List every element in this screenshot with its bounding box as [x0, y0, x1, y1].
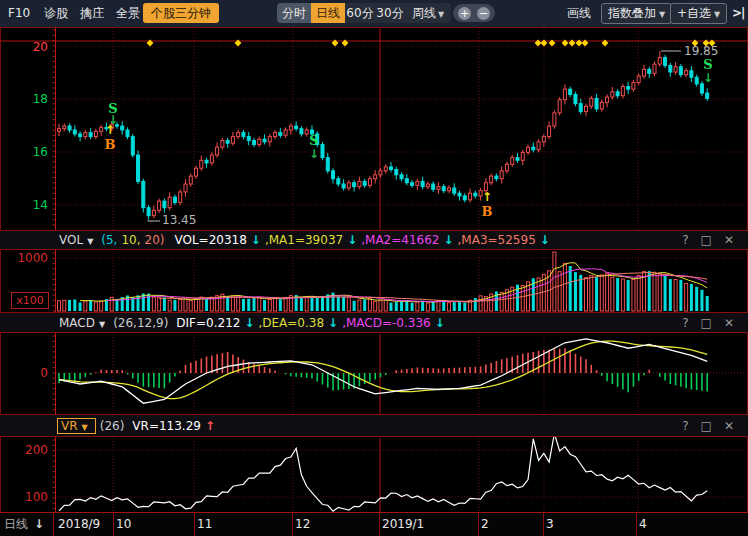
up-arrow-icon: ↑: [205, 419, 215, 433]
zoom-in-button[interactable]: +: [458, 7, 471, 20]
period-button-30分[interactable]: 30分: [375, 3, 405, 23]
vol-panel-header: VOL▼ (5,10,20) VOL=20318↓ ,MA1=39037↓ ,M…: [0, 230, 748, 250]
price-tick-14: 14: [2, 198, 48, 212]
time-tick-10: 10: [116, 513, 131, 536]
down-arrow-icon: ↓: [435, 316, 445, 330]
time-tick-2018/9: 2018/9: [58, 513, 100, 536]
axis-divider: [636, 513, 637, 536]
chevron-down-icon: ▼: [87, 237, 93, 246]
price-tick-16: 16: [2, 145, 48, 159]
macd-axis-label: 0: [2, 366, 48, 380]
svg-text:B: B: [482, 204, 493, 219]
svg-text:↓: ↓: [703, 71, 713, 85]
axis-divider: [379, 513, 380, 536]
down-arrow-icon: ↓: [328, 316, 338, 330]
vol-ma3: ,MA3=52595: [458, 233, 536, 247]
macd-chart[interactable]: [0, 333, 748, 414]
maximize-icon[interactable]: □: [701, 233, 712, 247]
zoom-pill: + −: [453, 4, 495, 22]
index-overlay-button[interactable]: 指数叠加▼: [601, 3, 672, 24]
axis-divider: [543, 513, 544, 536]
svg-text:B: B: [105, 137, 116, 152]
time-tick-2019/1: 2019/1: [382, 513, 424, 536]
svg-text:S: S: [309, 133, 318, 148]
down-arrow-icon: ↓: [540, 233, 550, 247]
close-icon[interactable]: ✕: [724, 233, 734, 247]
help-icon[interactable]: ?: [682, 233, 688, 247]
time-axis: 日线 ↓ 2018/91011122019/1234: [0, 512, 748, 536]
feature-tab-stock-3min[interactable]: 个股三分钟: [143, 3, 219, 23]
svg-text:↓: ↓: [309, 147, 319, 161]
close-icon[interactable]: ✕: [724, 419, 734, 433]
vr-tick-100: 100: [2, 490, 48, 504]
period-indicator[interactable]: 日线: [4, 513, 28, 536]
down-arrow-icon: ↓: [34, 513, 44, 536]
axis-divider: [113, 513, 114, 536]
toolbar: F10诊股擒庄全景 个股三分钟 分时日线60分30分周线▼ + − 画线 指数叠…: [0, 0, 748, 27]
macd-value: ,MACD=-0.336: [342, 316, 431, 330]
vol-value: VOL=20318: [174, 233, 246, 247]
left-tab-全景[interactable]: 全景: [116, 0, 140, 27]
help-icon[interactable]: ?: [682, 419, 688, 433]
time-tick-3: 3: [546, 513, 554, 536]
chevron-down-icon: ▼: [659, 10, 665, 19]
collapse-panel-icon[interactable]: >|: [732, 0, 744, 27]
vr-indicator-selector[interactable]: VR▼: [57, 418, 96, 434]
maximize-icon[interactable]: □: [701, 316, 712, 330]
period-button-周线[interactable]: 周线▼: [405, 3, 451, 23]
close-icon[interactable]: ✕: [724, 316, 734, 330]
svg-text:S: S: [108, 101, 117, 116]
macd-dif: DIF=0.212: [176, 316, 240, 330]
down-arrow-icon: ↓: [244, 316, 254, 330]
vr-value: VR=113.29: [132, 419, 201, 433]
left-tab-擒庄[interactable]: 擒庄: [80, 0, 104, 27]
maximize-icon[interactable]: □: [701, 419, 712, 433]
period-button-group: 分时日线60分30分周线▼: [277, 3, 451, 23]
price-tick-20: 20: [2, 40, 48, 54]
chevron-down-icon: ▼: [714, 10, 720, 19]
time-tick-11: 11: [197, 513, 212, 536]
svg-text:↑: ↑: [105, 123, 115, 137]
help-icon[interactable]: ?: [682, 316, 688, 330]
macd-dea: ,DEA=0.38: [258, 316, 324, 330]
stock-app-window: F10诊股擒庄全景 个股三分钟 分时日线60分30分周线▼ + − 画线 指数叠…: [0, 0, 748, 536]
add-watchlist-button[interactable]: +自选▼: [670, 3, 727, 24]
left-tab-诊股[interactable]: 诊股: [44, 0, 68, 27]
down-arrow-icon: ↓: [347, 233, 357, 247]
draw-line-button[interactable]: 画线: [567, 0, 591, 27]
time-tick-4: 4: [639, 513, 647, 536]
chevron-down-icon: ▼: [99, 320, 105, 329]
vr-chart[interactable]: [0, 437, 748, 512]
vr-panel-header: VR▼ (26) VR=113.29↑ ? □ ✕: [0, 414, 748, 437]
price-tick-18: 18: [2, 92, 48, 106]
vol-axis-label: 1000: [2, 251, 48, 265]
svg-text:S: S: [703, 57, 712, 72]
axis-divider: [292, 513, 293, 536]
zoom-out-button[interactable]: −: [477, 7, 490, 20]
macd-panel-header: MACD▼ (26,12,9) DIF=0.212↓ ,DEA=0.38↓ ,M…: [0, 312, 748, 333]
vol-unit-label: x100: [11, 292, 49, 309]
svg-text:↑: ↑: [482, 190, 492, 204]
down-arrow-icon: ↓: [443, 233, 453, 247]
period-button-日线[interactable]: 日线: [311, 3, 345, 23]
time-tick-12: 12: [295, 513, 310, 536]
down-arrow-icon: ↓: [251, 233, 261, 247]
axis-divider: [194, 513, 195, 536]
chevron-down-icon: ▼: [82, 423, 88, 432]
period-button-分时[interactable]: 分时: [277, 3, 311, 23]
svg-text:13.45: 13.45: [162, 213, 196, 227]
axis-divider: [478, 513, 479, 536]
macd-indicator-selector[interactable]: MACD▼: [59, 316, 109, 330]
svg-text:19.85: 19.85: [684, 44, 718, 58]
main-price-chart[interactable]: ↓S↑B↓S↑B↓S13.4519.85: [0, 27, 748, 230]
vol-indicator-selector[interactable]: VOL▼: [59, 233, 97, 247]
period-button-60分[interactable]: 60分: [345, 3, 375, 23]
left-tab-F10[interactable]: F10: [8, 0, 30, 27]
volume-chart[interactable]: [0, 250, 748, 312]
time-tick-2: 2: [481, 513, 489, 536]
vol-ma1: ,MA1=39037: [265, 233, 343, 247]
vr-tick-200: 200: [2, 443, 48, 457]
axis-divider: [53, 513, 54, 536]
vol-ma2: ,MA2=41662: [361, 233, 439, 247]
